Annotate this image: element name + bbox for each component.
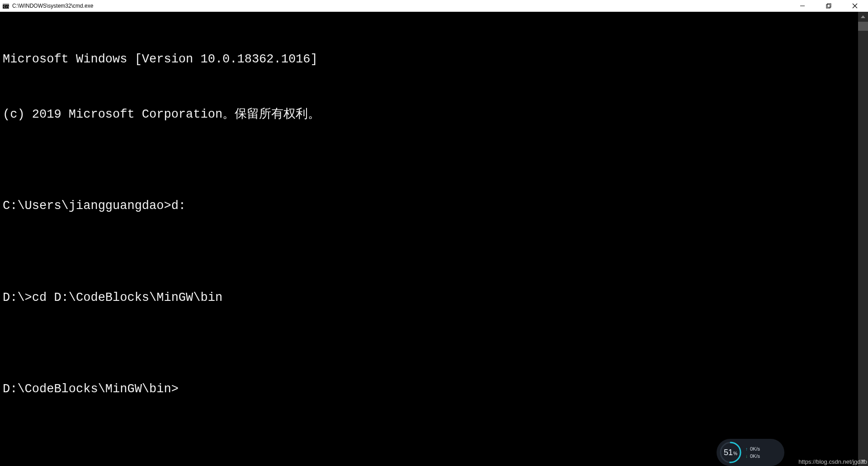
window-titlebar: C:\ C:\WINDOWS\system32\cmd.exe [0,0,868,12]
window-controls [789,0,868,12]
window-title: C:\WINDOWS\system32\cmd.exe [12,3,789,9]
terminal-line: (c) 2019 Microsoft Corporation。保留所有权利。 [3,105,858,124]
svg-rect-1 [3,3,9,5]
scrollbar-up-button[interactable] [858,12,868,22]
usage-gauge: 51 % [719,441,742,464]
svg-marker-8 [861,15,865,18]
terminal-line: C:\Users\jiangguangdao>d: [3,197,858,215]
svg-text:C:\: C:\ [4,5,9,9]
watermark-text: https://blog.csdn.net/jgdab [798,458,867,465]
minimize-button[interactable] [789,0,816,12]
download-rate: 0K/s [750,453,760,459]
network-rates: ↑ 0K/s ↓ 0K/s [745,446,760,459]
svg-rect-5 [827,4,831,7]
svg-rect-4 [826,5,830,8]
scrollbar-thumb[interactable] [858,22,868,31]
upload-icon: ↑ [745,447,748,452]
terminal-line: D:\CodeBlocks\MinGW\bin> [3,380,858,399]
vertical-scrollbar[interactable] [858,12,868,466]
terminal-line: D:\>cd D:\CodeBlocks\MinGW\bin [3,289,858,307]
download-icon: ↓ [745,454,748,459]
cmd-icon: C:\ [2,2,9,10]
terminal-line: Microsoft Windows [Version 10.0.18362.10… [3,50,858,69]
maximize-button[interactable] [816,0,842,12]
terminal-output[interactable]: Microsoft Windows [Version 10.0.18362.10… [0,12,858,466]
system-monitor-widget[interactable]: 51 % ↑ 0K/s ↓ 0K/s [717,439,784,466]
upload-rate: 0K/s [750,446,760,452]
close-button[interactable] [842,0,868,12]
